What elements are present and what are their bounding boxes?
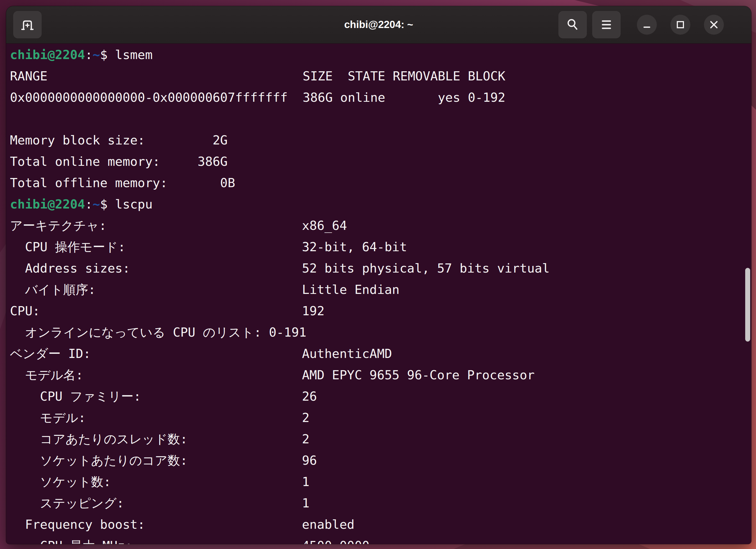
field-value: enabled	[302, 514, 355, 535]
field-value: 2	[302, 407, 309, 428]
field-value: 52 bits physical, 57 bits virtual	[302, 257, 550, 279]
field-label: CPU ファミリー:	[10, 386, 302, 407]
terminal-line: Total offline memory: 0B	[10, 172, 751, 193]
field-label: ベンダー ID:	[10, 343, 302, 364]
prompt-sigil: $	[100, 193, 115, 215]
output-text: Total offline memory: 0B	[10, 172, 235, 193]
field-label: アーキテクチャ:	[10, 215, 302, 236]
field-label: CPU 最大 MHz:	[10, 535, 302, 544]
terminal-line: ステッピング:1	[10, 492, 751, 514]
field-value: 192	[302, 300, 324, 322]
minimize-icon	[642, 20, 652, 30]
prompt-user-host: chibi@2204	[10, 44, 85, 65]
field-label: オンラインになっている CPU のリスト:	[10, 322, 269, 343]
terminal-line: ソケットあたりのコア数:96	[10, 450, 751, 471]
field-label: モデル名:	[10, 364, 302, 386]
prompt-user-host: chibi@2204	[10, 193, 85, 215]
terminal-output[interactable]: chibi@2204:~$ lsmemRANGE SIZE STATE REMO…	[6, 44, 751, 544]
terminal-line: アーキテクチャ:x86_64	[10, 215, 751, 236]
minimize-button[interactable]	[637, 15, 657, 35]
new-tab-button[interactable]	[13, 11, 42, 38]
command-text: lscpu	[115, 193, 152, 215]
blank-line	[10, 108, 17, 129]
field-label: ソケットあたりのコア数:	[10, 450, 302, 471]
terminal-line: ベンダー ID:AuthenticAMD	[10, 343, 751, 364]
field-value: AMD EPYC 9655 96-Core Processor	[302, 364, 535, 386]
prompt-separator: :	[85, 44, 93, 65]
field-label: CPU 操作モード:	[10, 236, 302, 257]
terminal-line: Address sizes:52 bits physical, 57 bits …	[10, 257, 751, 279]
field-label: Frequency boost:	[10, 514, 302, 535]
field-value: x86_64	[302, 215, 347, 236]
terminal-lines: chibi@2204:~$ lsmemRANGE SIZE STATE REMO…	[10, 44, 751, 544]
field-value: 32-bit, 64-bit	[302, 236, 407, 257]
field-label: Address sizes:	[10, 257, 302, 279]
field-value: 1	[302, 492, 309, 514]
output-text: RANGE SIZE STATE REMOVABLE BLOCK	[10, 65, 505, 87]
search-icon	[565, 17, 580, 32]
field-value: 26	[302, 386, 317, 407]
hamburger-menu-icon	[599, 18, 614, 31]
maximize-button[interactable]	[670, 15, 690, 35]
field-value: 96	[302, 450, 317, 471]
field-value: AuthenticAMD	[302, 343, 392, 364]
field-value: Little Endian	[302, 279, 399, 300]
terminal-line: バイト順序:Little Endian	[10, 279, 751, 300]
terminal-line: CPU 最大 MHz:4500,0000	[10, 535, 751, 544]
field-value: 2	[302, 428, 309, 450]
output-text: Memory block size: 2G	[10, 129, 228, 151]
terminal-line: Total online memory: 386G	[10, 151, 751, 172]
prompt-path: ~	[93, 44, 100, 65]
terminal-line: CPU 操作モード:32-bit, 64-bit	[10, 236, 751, 257]
terminal-line: モデル名:AMD EPYC 9655 96-Core Processor	[10, 364, 751, 386]
field-value: 4500,0000	[302, 535, 370, 544]
desktop: { "window": { "title": "chibi@2204: ~" }…	[0, 0, 756, 549]
terminal-window: chibi@2204: ~	[6, 6, 751, 544]
terminal-line: コアあたりのスレッド数:2	[10, 428, 751, 450]
prompt-separator: :	[85, 193, 93, 215]
close-button[interactable]	[704, 15, 724, 35]
field-label: モデル:	[10, 407, 302, 428]
maximize-icon	[675, 20, 685, 30]
title-bar: chibi@2204: ~	[6, 6, 751, 44]
terminal-line: オンラインになっている CPU のリスト: 0-191	[10, 322, 751, 343]
command-text: lsmem	[115, 44, 152, 65]
prompt-path: ~	[93, 193, 100, 215]
terminal-line	[10, 108, 751, 129]
window-title: chibi@2204: ~	[344, 19, 413, 30]
terminal-line: モデル:2	[10, 407, 751, 428]
new-tab-icon	[20, 18, 35, 31]
close-icon	[709, 19, 719, 30]
terminal-line: 0x0000000000000000-0x000000607fffffff 38…	[10, 87, 751, 108]
field-label: コアあたりのスレッド数:	[10, 428, 302, 450]
field-label: CPU:	[10, 300, 302, 322]
field-label: ソケット数:	[10, 471, 302, 492]
prompt-line: chibi@2204:~$ lscpu	[10, 193, 751, 215]
terminal-line: Memory block size: 2G	[10, 129, 751, 151]
output-text: 0x0000000000000000-0x000000607fffffff 38…	[10, 87, 505, 108]
terminal-line: CPU ファミリー:26	[10, 386, 751, 407]
output-text: Total online memory: 386G	[10, 151, 228, 172]
terminal-line: RANGE SIZE STATE REMOVABLE BLOCK	[10, 65, 751, 87]
field-value: 1	[302, 471, 309, 492]
prompt-line: chibi@2204:~$ lsmem	[10, 44, 751, 65]
terminal-line: Frequency boost:enabled	[10, 514, 751, 535]
search-button[interactable]	[558, 11, 587, 38]
menu-button[interactable]	[592, 11, 621, 38]
terminal-line: CPU:192	[10, 300, 751, 322]
scrollbar-thumb[interactable]	[745, 268, 750, 342]
terminal-line: ソケット数:1	[10, 471, 751, 492]
field-label: ステッピング:	[10, 492, 302, 514]
field-label: バイト順序:	[10, 279, 302, 300]
field-value: 0-191	[269, 322, 306, 343]
prompt-sigil: $	[100, 44, 115, 65]
